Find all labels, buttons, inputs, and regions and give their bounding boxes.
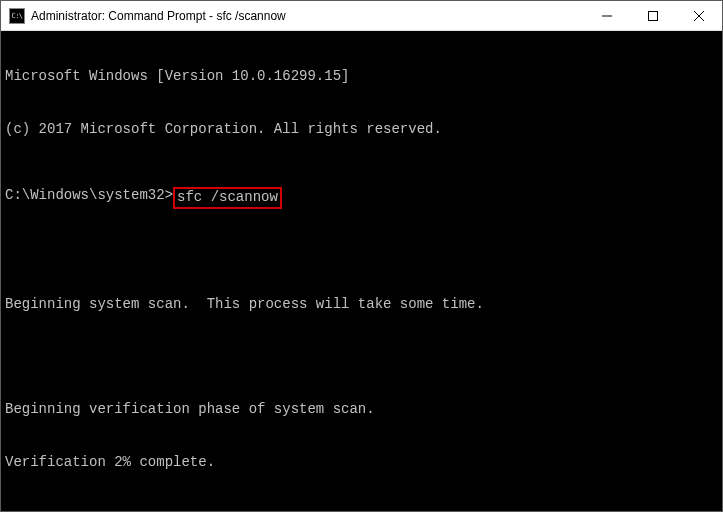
command-text: sfc /scannow [177,189,278,205]
verification-progress-line: Verification 2% complete. [5,454,718,472]
window-title: Administrator: Command Prompt - sfc /sca… [31,9,584,23]
maximize-button[interactable] [630,1,676,30]
copyright-line: (c) 2017 Microsoft Corporation. All righ… [5,121,718,139]
command-prompt-window: C:\ Administrator: Command Prompt - sfc … [0,0,723,512]
blank-line [5,349,718,367]
blank-line [5,244,718,262]
svg-rect-1 [649,11,658,20]
cmd-icon: C:\ [9,8,25,24]
titlebar[interactable]: C:\ Administrator: Command Prompt - sfc … [1,1,722,31]
version-line: Microsoft Windows [Version 10.0.16299.15… [5,68,718,86]
verification-phase-line: Beginning verification phase of system s… [5,401,718,419]
terminal-area[interactable]: Microsoft Windows [Version 10.0.16299.15… [1,31,722,511]
minimize-button[interactable] [584,1,630,30]
command-highlight: sfc /scannow [173,187,282,209]
prompt-text: C:\Windows\system32> [5,187,173,205]
command-line: C:\Windows\system32>sfc /scannow [5,187,718,209]
scan-begin-line: Beginning system scan. This process will… [5,296,718,314]
window-controls [584,1,722,30]
cmd-icon-text: C:\ [11,12,22,20]
close-button[interactable] [676,1,722,30]
